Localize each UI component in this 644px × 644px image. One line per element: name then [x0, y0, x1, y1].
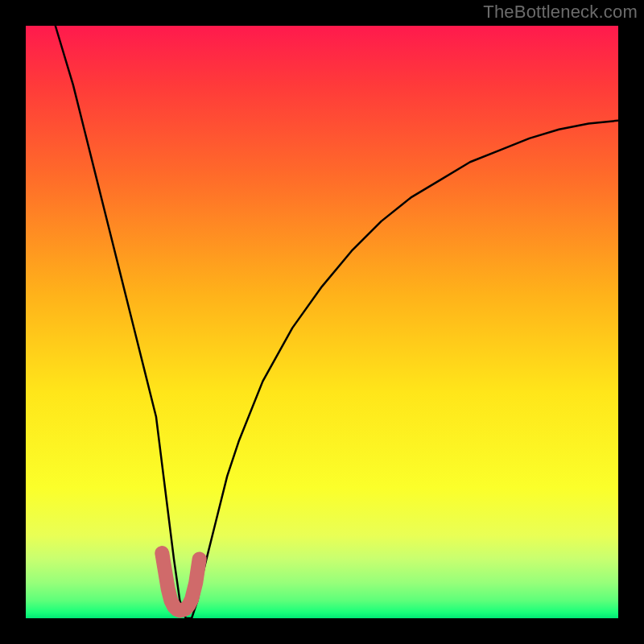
bottleneck-curve — [56, 26, 618, 618]
watermark-text: TheBottleneck.com — [483, 2, 638, 23]
outer-frame: TheBottleneck.com — [0, 0, 644, 644]
chart-svg — [26, 26, 618, 618]
plot-area — [26, 26, 618, 618]
